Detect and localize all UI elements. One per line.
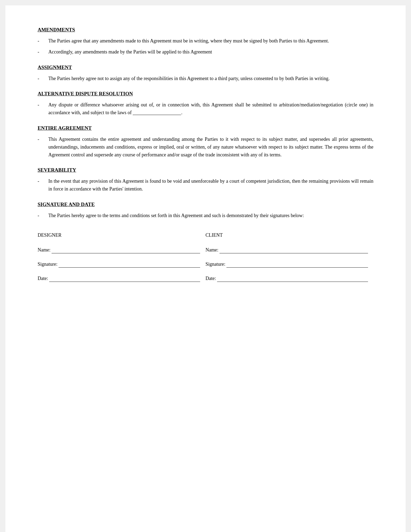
client-name-field: Name:: [206, 247, 368, 253]
laws-blank: [133, 115, 181, 115]
amendments-bullet-1: - The Parties agree that any amendments …: [38, 37, 373, 45]
assignment-text-1: The Parties hereby agree not to assign a…: [48, 75, 373, 82]
entire-agreement-text-1: This Agreement contains the entire agree…: [48, 135, 373, 159]
designer-date-field: Date:: [38, 275, 200, 282]
dash-icon: -: [38, 75, 47, 82]
adr-bullet-1: - Any dispute or difference whatsoever a…: [38, 101, 373, 117]
dash-icon: -: [38, 212, 47, 220]
signature-date-heading: SIGNATURE AND DATE: [38, 202, 373, 207]
severability-heading: SEVERABILITY: [38, 167, 373, 173]
assignment-section: ASSIGNMENT - The Parties hereby agree no…: [38, 64, 373, 82]
designer-name-line: [52, 247, 200, 253]
severability-text-1: In the event that any provision of this …: [48, 177, 373, 193]
amendments-heading: AMENDMENTS: [38, 27, 373, 33]
amendments-text-2: Accordingly, any amendments made by the …: [48, 48, 373, 56]
client-date-line: [217, 276, 368, 282]
adr-section: ALTERNATIVE DISPUTE RESOLUTION - Any dis…: [38, 91, 373, 117]
document-page: AMENDMENTS - The Parties agree that any …: [5, 5, 406, 532]
adr-heading: ALTERNATIVE DISPUTE RESOLUTION: [38, 91, 373, 97]
entire-agreement-section: ENTIRE AGREEMENT - This Agreement contai…: [38, 125, 373, 159]
client-name-line: [219, 247, 368, 253]
designer-signature-line: [59, 262, 200, 268]
client-title: CLIENT: [206, 232, 368, 238]
assignment-bullet-1: - The Parties hereby agree not to assign…: [38, 75, 373, 82]
signature-date-bullet-1: - The Parties hereby agree to the terms …: [38, 212, 373, 220]
designer-name-label: Name:: [38, 247, 51, 253]
designer-column: DESIGNER Name: Signature: Date:: [38, 232, 206, 290]
designer-title: DESIGNER: [38, 232, 200, 238]
designer-signature-label: Signature:: [38, 261, 57, 268]
amendments-section: AMENDMENTS - The Parties agree that any …: [38, 27, 373, 56]
entire-agreement-bullet-1: - This Agreement contains the entire agr…: [38, 135, 373, 159]
dash-icon: -: [38, 177, 47, 185]
client-signature-label: Signature:: [206, 261, 225, 268]
client-column: CLIENT Name: Signature: Date:: [206, 232, 373, 290]
client-name-label: Name:: [206, 247, 218, 253]
signature-columns: DESIGNER Name: Signature: Date: CLIENT: [38, 232, 373, 290]
client-signature-field: Signature:: [206, 261, 368, 268]
dash-icon: -: [38, 135, 47, 143]
designer-date-line: [49, 276, 200, 282]
entire-agreement-heading: ENTIRE AGREEMENT: [38, 125, 373, 131]
client-date-label: Date:: [206, 275, 216, 282]
amendments-text-1: The Parties agree that any amendments ma…: [48, 37, 373, 45]
dash-icon: -: [38, 48, 47, 56]
dash-icon: -: [38, 37, 47, 45]
assignment-heading: ASSIGNMENT: [38, 64, 373, 70]
signature-date-text-1: The Parties hereby agree to the terms an…: [48, 212, 373, 220]
designer-name-field: Name:: [38, 247, 200, 253]
severability-bullet-1: - In the event that any provision of thi…: [38, 177, 373, 193]
adr-text-1: Any dispute or difference whatsoever ari…: [48, 101, 373, 117]
dash-icon: -: [38, 101, 47, 109]
designer-signature-field: Signature:: [38, 261, 200, 268]
client-date-field: Date:: [206, 275, 368, 282]
designer-date-label: Date:: [38, 275, 48, 282]
signature-block: DESIGNER Name: Signature: Date: CLIENT: [38, 232, 373, 290]
signature-date-section: SIGNATURE AND DATE - The Parties hereby …: [38, 202, 373, 220]
client-signature-line: [226, 262, 368, 268]
amendments-bullet-2: - Accordingly, any amendments made by th…: [38, 48, 373, 56]
severability-section: SEVERABILITY - In the event that any pro…: [38, 167, 373, 193]
